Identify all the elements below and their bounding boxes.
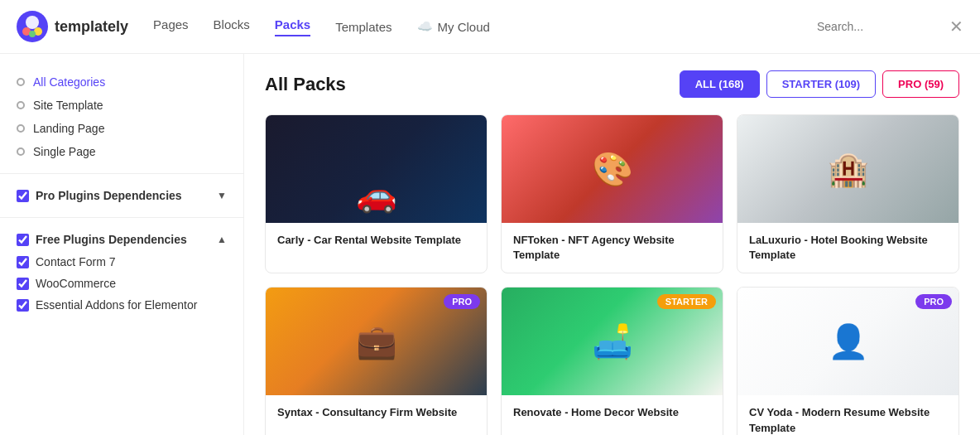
sidebar-essential-addons[interactable]: Essential Addons for Elementor	[0, 294, 243, 316]
pro-plugins-header[interactable]: Pro Plugins Dependencies ▼	[0, 184, 243, 207]
chevron-down-icon: ▼	[217, 190, 227, 201]
category-dot	[17, 124, 25, 133]
header: templately Pages Blocks Packs Templates …	[0, 0, 980, 54]
filter-starter-button[interactable]: STARTER (109)	[766, 70, 876, 98]
svg-point-4	[29, 31, 36, 37]
free-plugins-checkbox[interactable]	[17, 234, 29, 246]
pack-badge-pro: PRO	[444, 294, 480, 309]
pro-plugins-checkbox[interactable]	[17, 190, 29, 202]
sidebar-item-site-template[interactable]: Site Template	[17, 94, 227, 117]
category-dot	[17, 147, 25, 156]
main-layout: All Categories Site Template Landing Pag…	[0, 54, 980, 435]
category-dot	[17, 78, 25, 86]
search-input[interactable]	[817, 20, 941, 33]
category-dot	[17, 101, 25, 109]
pack-thumb-nftoken	[502, 115, 723, 223]
pack-info-nftoken: NFToken - NFT Agency Website Template	[502, 223, 723, 273]
woocommerce-checkbox[interactable]	[17, 278, 29, 290]
pack-name-laluxurio: LaLuxurio - Hotel Booking Website Templa…	[749, 233, 947, 263]
pack-name-nftoken: NFToken - NFT Agency Website Template	[513, 233, 711, 263]
pack-info-laluxurio: LaLuxurio - Hotel Booking Website Templa…	[737, 223, 958, 273]
pack-card-cvyoda[interactable]: PRO CV Yoda - Modern Resume Website Temp…	[737, 287, 959, 435]
close-icon[interactable]: ✕	[949, 17, 963, 36]
logo[interactable]: templately	[17, 11, 128, 42]
pack-name-syntax: Syntax - Consultancy Firm Website	[277, 405, 475, 420]
pack-badge-starter: STARTER	[657, 294, 716, 309]
pack-card-nftoken[interactable]: NFToken - NFT Agency Website Template	[501, 114, 723, 273]
pack-card-renovate[interactable]: STARTER Renovate - Home Decor Website	[501, 287, 723, 435]
filter-buttons: ALL (168) STARTER (109) PRO (59)	[680, 70, 959, 98]
sidebar-woocommerce[interactable]: WooCommerce	[0, 273, 243, 294]
pack-thumb-cvyoda: PRO	[737, 288, 958, 395]
page-title: All Packs	[265, 74, 346, 95]
pack-thumb-renovate: STARTER	[502, 288, 723, 395]
nav-packs[interactable]: Packs	[275, 17, 310, 36]
content-area: All Packs ALL (168) STARTER (109) PRO (5…	[244, 54, 980, 435]
logo-text: templately	[55, 18, 128, 36]
sidebar-contact-form[interactable]: Contact Form 7	[0, 251, 243, 273]
pack-name-cvyoda: CV Yoda - Modern Resume Website Template	[749, 405, 947, 435]
chevron-up-icon: ▲	[217, 234, 227, 245]
free-plugins-header[interactable]: Free Plugins Dependencies ▲	[0, 228, 243, 251]
pack-thumb-syntax: PRO	[266, 288, 487, 395]
divider	[0, 173, 243, 174]
packs-grid: Carly - Car Rental Website Template NFTo…	[265, 114, 959, 435]
cloud-icon: ☁️	[417, 19, 433, 34]
pack-thumb-laluxurio	[737, 115, 958, 223]
search-area: ✕	[817, 17, 963, 36]
pack-name-carly: Carly - Car Rental Website Template	[277, 233, 475, 248]
pack-card-syntax[interactable]: PRO Syntax - Consultancy Firm Website	[265, 287, 488, 435]
pack-name-renovate: Renovate - Home Decor Website	[513, 405, 711, 420]
sidebar: All Categories Site Template Landing Pag…	[0, 54, 244, 435]
pack-info-renovate: Renovate - Home Decor Website	[502, 395, 723, 430]
nav-pages[interactable]: Pages	[153, 17, 189, 36]
nav-mycloud[interactable]: ☁️ My Cloud	[417, 17, 490, 36]
divider	[0, 217, 243, 218]
sidebar-item-all-categories[interactable]: All Categories	[17, 70, 227, 94]
contact-form-checkbox[interactable]	[17, 256, 29, 268]
pack-info-carly: Carly - Car Rental Website Template	[266, 223, 487, 258]
nav-templates[interactable]: Templates	[335, 17, 392, 36]
filter-pro-button[interactable]: PRO (59)	[882, 70, 959, 98]
pack-badge-pro: PRO	[915, 294, 952, 309]
pack-card-laluxurio[interactable]: LaLuxurio - Hotel Booking Website Templa…	[737, 114, 959, 273]
pack-thumb-carly	[266, 115, 487, 223]
main-nav: Pages Blocks Packs Templates ☁️ My Cloud	[153, 17, 817, 36]
pack-info-syntax: Syntax - Consultancy Firm Website	[266, 395, 487, 430]
nav-blocks[interactable]: Blocks	[214, 17, 250, 36]
svg-point-1	[26, 16, 39, 29]
sidebar-item-landing-page[interactable]: Landing Page	[17, 117, 227, 140]
pack-info-cvyoda: CV Yoda - Modern Resume Website Template	[737, 395, 958, 435]
logo-icon	[17, 11, 48, 42]
sidebar-item-single-page[interactable]: Single Page	[17, 140, 227, 163]
category-section: All Categories Site Template Landing Pag…	[0, 70, 243, 163]
content-header: All Packs ALL (168) STARTER (109) PRO (5…	[265, 70, 959, 98]
pack-card-carly[interactable]: Carly - Car Rental Website Template	[265, 114, 488, 273]
filter-all-button[interactable]: ALL (168)	[680, 70, 760, 98]
essential-addons-checkbox[interactable]	[17, 299, 29, 312]
